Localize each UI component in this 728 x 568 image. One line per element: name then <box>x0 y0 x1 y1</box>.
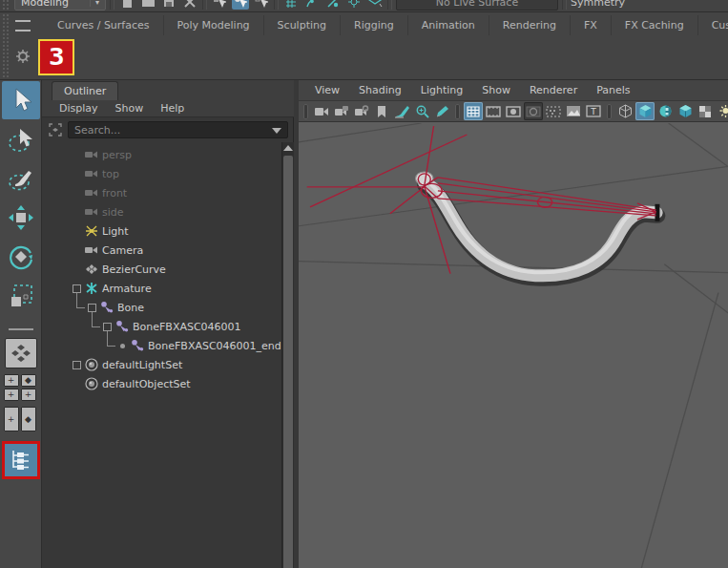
toolbar-grip[interactable] <box>303 104 308 119</box>
statusbar-grip[interactable] <box>1 0 10 11</box>
snap-grid-icon[interactable] <box>282 0 300 10</box>
shelf-tab[interactable]: Animation <box>408 15 489 35</box>
select-tool-button[interactable] <box>2 81 40 119</box>
image-plane-icon[interactable] <box>564 102 583 120</box>
shelf-tab[interactable]: Poly Modeling <box>164 15 264 35</box>
snap-view-plane-icon[interactable] <box>366 0 384 10</box>
outliner-item[interactable]: defaultLightSet <box>42 355 281 374</box>
select-camera-icon[interactable] <box>312 102 331 120</box>
expander-toggle[interactable] <box>69 262 84 277</box>
shelf-item-highlighted[interactable]: 3 <box>38 39 74 75</box>
hud-icon[interactable]: T <box>584 102 603 120</box>
expander-toggle[interactable] <box>69 223 84 239</box>
shelf-tab[interactable]: FX Caching <box>612 15 698 35</box>
outliner-item[interactable]: side <box>42 202 281 221</box>
filter-icon[interactable] <box>48 122 63 137</box>
resolution-gate-icon[interactable] <box>504 102 523 120</box>
film-gate-icon[interactable] <box>484 102 503 120</box>
outliner-item[interactable]: Bone <box>42 298 281 317</box>
search-input[interactable]: Search... <box>68 121 288 138</box>
shelf-tab[interactable]: Rendering <box>489 15 571 35</box>
file-save-icon[interactable] <box>160 0 177 10</box>
expander-toggle[interactable] <box>69 147 84 162</box>
outliner-item[interactable]: Camera <box>42 241 281 260</box>
menu-item[interactable]: Lighting <box>412 82 471 98</box>
outliner-item[interactable]: front <box>42 183 281 202</box>
shelf-tab[interactable]: Rigging <box>341 15 408 35</box>
scale-tool-button[interactable] <box>2 277 40 315</box>
file-open-icon[interactable] <box>139 0 156 10</box>
use-default-material-icon[interactable] <box>676 102 695 120</box>
gear-icon[interactable] <box>15 49 31 67</box>
rotate-tool-button[interactable] <box>2 238 40 276</box>
snap-curve-icon[interactable] <box>303 0 321 10</box>
toolbar-grip[interactable] <box>455 104 460 119</box>
expander-toggle[interactable] <box>114 338 130 353</box>
outliner-item[interactable]: defaultObjectSet <box>42 374 281 393</box>
outliner-persp-layout-button[interactable] <box>2 441 40 479</box>
viewport-canvas[interactable] <box>299 123 728 568</box>
expander-toggle[interactable] <box>69 166 84 181</box>
menu-item[interactable]: Panels <box>588 82 638 98</box>
outliner-item[interactable]: BoneFBXASC046001_end <box>42 336 281 355</box>
symmetry-label[interactable]: Symmetry <box>571 0 625 9</box>
menu-item[interactable]: View <box>306 82 348 98</box>
scrollbar-up-icon[interactable] <box>283 145 293 151</box>
select-hierarchy-icon[interactable] <box>211 0 228 10</box>
menu-item[interactable]: Renderer <box>521 82 586 98</box>
layout-button-tall-diamond[interactable]: ◆ <box>21 407 36 431</box>
file-new-icon[interactable] <box>118 0 135 10</box>
bookmarks-icon[interactable] <box>372 102 391 120</box>
menu-item[interactable]: Display <box>52 101 106 116</box>
wireframe-icon[interactable] <box>615 102 634 120</box>
menu-item[interactable]: Shading <box>350 82 410 98</box>
shelf-tab[interactable]: Sculpting <box>264 15 341 35</box>
expander-toggle[interactable] <box>69 242 84 258</box>
undo-icon[interactable] <box>181 0 198 10</box>
snap-point-icon[interactable] <box>324 0 342 10</box>
outliner-item[interactable]: top <box>42 164 281 183</box>
layout-button-tall-plus[interactable]: + <box>4 407 19 431</box>
xray-icon[interactable] <box>696 102 715 120</box>
outliner-item[interactable]: Light <box>42 221 281 241</box>
expander-toggle[interactable] <box>69 376 84 391</box>
gate-mask-icon[interactable] <box>524 102 543 120</box>
expander-toggle[interactable] <box>69 185 84 200</box>
paint-effects-icon[interactable] <box>392 102 411 120</box>
zoom-region-icon[interactable] <box>412 102 431 120</box>
toolbar-grip[interactable] <box>607 104 612 119</box>
shelf-tab[interactable]: Curves / Surfaces <box>44 15 164 35</box>
layout-button-pane-persp[interactable]: + <box>4 374 19 387</box>
menu-item[interactable]: Show <box>108 101 152 116</box>
snap-projected-center-icon[interactable] <box>345 0 363 10</box>
menu-item[interactable]: Help <box>153 101 192 116</box>
expander-toggle[interactable] <box>69 204 84 220</box>
menu-item[interactable]: Show <box>473 82 519 98</box>
shelf-grip[interactable] <box>1 14 10 77</box>
outliner-scrollbar[interactable] <box>281 142 294 568</box>
shelf-menu-icon[interactable] <box>15 20 31 32</box>
grease-pencil-icon[interactable] <box>432 102 451 120</box>
four-view-layout-button[interactable] <box>5 338 37 368</box>
menuset-dropdown[interactable]: Modeling ▾ <box>14 0 106 11</box>
select-component-icon[interactable] <box>253 0 270 10</box>
move-tool-button[interactable] <box>2 199 40 237</box>
outliner-item[interactable]: BezierCurve <box>42 260 281 279</box>
smooth-shade-icon[interactable] <box>635 102 655 120</box>
outliner-item[interactable]: persp <box>42 145 281 164</box>
outliner-item[interactable]: BoneFBXASC046001 <box>42 317 281 336</box>
search-dropdown-icon[interactable] <box>272 128 281 134</box>
paint-select-tool-button[interactable] <box>2 159 40 198</box>
lasso-select-tool-button[interactable] <box>2 120 40 158</box>
lock-camera-icon[interactable] <box>332 102 351 120</box>
outliner-tab[interactable]: Outliner <box>52 81 118 100</box>
select-object-icon[interactable] <box>232 0 249 10</box>
camera-attributes-icon[interactable] <box>352 102 371 120</box>
scrollbar-thumb[interactable] <box>283 156 293 568</box>
lights-icon[interactable] <box>716 102 728 120</box>
live-surface-field[interactable]: No Live Surface <box>396 0 558 11</box>
layout-button-pane-diamond[interactable]: ◆ <box>21 374 36 387</box>
layout-button-pane-plus3[interactable]: + <box>21 389 36 401</box>
shelf-tab[interactable]: Custom <box>698 15 728 35</box>
grid-icon[interactable] <box>464 102 483 120</box>
